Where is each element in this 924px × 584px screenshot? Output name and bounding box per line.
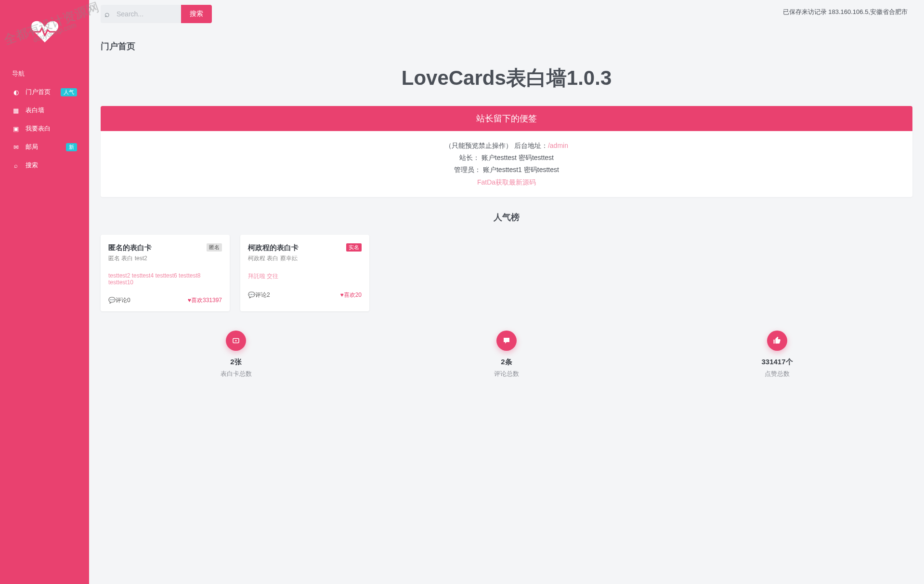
sidebar-item-label: 门户首页	[26, 88, 51, 96]
card-subtitle: 匿名 表白 test2	[108, 254, 222, 263]
card-title: 柯政程的表白卡	[248, 243, 299, 252]
card-comments: 💬评论2	[248, 291, 270, 299]
stat-number: 2条	[371, 358, 642, 367]
search-button[interactable]: 搜索	[181, 5, 212, 23]
heart-icon: ♥	[188, 297, 191, 304]
card-content: 拜託啦 交往	[248, 272, 362, 280]
stat-number: 2张	[101, 358, 371, 367]
confess-icon: ▣	[12, 125, 20, 133]
comment-icon: 💬	[108, 297, 116, 304]
note-body: （只能预览禁止操作） 后台地址：/admin 站长： 账户testtest 密码…	[101, 131, 912, 197]
note-line: （只能预览禁止操作） 后台地址：/admin	[109, 140, 904, 152]
note-title-bar: 站长留下的便签	[101, 106, 912, 131]
stat-label: 评论总数	[371, 370, 642, 378]
admin-link[interactable]: /admin	[548, 142, 568, 149]
card-comments: 💬评论0	[108, 296, 130, 305]
card-badge: 实名	[346, 243, 362, 252]
sidebar-item-label: 我要表白	[26, 124, 51, 133]
note-line: 站长： 账户testtest 密码testtest	[109, 152, 904, 164]
love-card[interactable]: 匿名的表白卡 匿名 匿名 表白 test2 testtest2 testtest…	[101, 235, 230, 311]
sidebar-item-mail[interactable]: ✉ 邮局 新	[0, 138, 89, 156]
card-subtitle: 柯政程 表白 蔡幸妘	[248, 254, 362, 263]
card-stat-icon	[226, 331, 246, 351]
stat-cards: 2张 表白卡总数	[101, 331, 371, 378]
like-stat-icon	[767, 331, 787, 351]
dashboard-icon: ◐	[12, 88, 20, 96]
wall-icon: ▦	[12, 106, 20, 114]
breadcrumb: 门户首页	[101, 31, 912, 65]
card-title: 匿名的表白卡	[108, 243, 152, 252]
heart-logo-icon	[30, 19, 59, 43]
svg-point-1	[235, 340, 237, 341]
stat-likes: 331417个 点赞总数	[642, 331, 912, 378]
sidebar-item-label: 邮局	[26, 143, 38, 151]
love-card[interactable]: 柯政程的表白卡 实名 柯政程 表白 蔡幸妘 拜託啦 交往 💬评论2 ♥喜欢20	[240, 235, 369, 311]
sidebar-item-label: 搜索	[26, 161, 38, 170]
sidebar: 导航 ◐ 门户首页 人气 ▦ 表白墙 ▣ 我要表白 ✉ 邮局 新 ⌕ 搜索	[0, 0, 89, 584]
search-input[interactable]	[114, 5, 181, 23]
cards-row: 匿名的表白卡 匿名 匿名 表白 test2 testtest2 testtest…	[101, 235, 912, 311]
search-icon: ⌕	[101, 9, 114, 19]
sidebar-item-badge: 新	[66, 143, 77, 151]
search-wrap: ⌕ 搜索	[101, 5, 212, 23]
stat-number: 331417个	[642, 358, 912, 367]
sidebar-item-badge: 人气	[61, 88, 77, 96]
card-likes: ♥喜欢20	[340, 291, 362, 299]
search-icon: ⌕	[12, 161, 20, 169]
mail-icon: ✉	[12, 143, 20, 151]
comment-stat-icon	[496, 331, 517, 351]
topbar: ⌕ 搜索 已保存来访记录 183.160.106.5,安徽省合肥市	[89, 0, 924, 26]
note-line: 管理员： 账户testtest1 密码testtest	[109, 164, 904, 176]
stats-row: 2张 表白卡总数 2条 评论总数 331417个 点赞总数	[101, 331, 912, 378]
comment-icon: 💬	[248, 292, 255, 298]
sidebar-item-confess[interactable]: ▣ 我要表白	[0, 119, 89, 138]
card-content: testtest2 testtest4 testtest6 testtest8 …	[108, 272, 222, 286]
rank-title: 人气榜	[101, 212, 912, 223]
source-link[interactable]: FatDa获取最新源码	[109, 176, 904, 188]
main: ⌕ 搜索 已保存来访记录 183.160.106.5,安徽省合肥市 门户首页 L…	[89, 0, 924, 584]
card-badge: 匿名	[207, 243, 222, 252]
heart-icon: ♥	[340, 292, 344, 298]
nav-section-title: 导航	[0, 65, 89, 83]
page-title: LoveCards表白墙1.0.3	[101, 65, 912, 92]
logo	[0, 5, 89, 65]
sidebar-item-home[interactable]: ◐ 门户首页 人气	[0, 83, 89, 101]
stat-label: 表白卡总数	[101, 370, 371, 378]
sidebar-item-label: 表白墙	[26, 106, 44, 115]
visit-record: 已保存来访记录 183.160.106.5,安徽省合肥市	[783, 8, 912, 20]
sidebar-item-wall[interactable]: ▦ 表白墙	[0, 101, 89, 119]
stat-comments: 2条 评论总数	[371, 331, 642, 378]
card-likes: ♥喜欢331397	[188, 296, 222, 305]
content: 门户首页 LoveCards表白墙1.0.3 站长留下的便签 （只能预览禁止操作…	[89, 26, 924, 398]
stat-label: 点赞总数	[642, 370, 912, 378]
sidebar-item-search[interactable]: ⌕ 搜索	[0, 156, 89, 174]
